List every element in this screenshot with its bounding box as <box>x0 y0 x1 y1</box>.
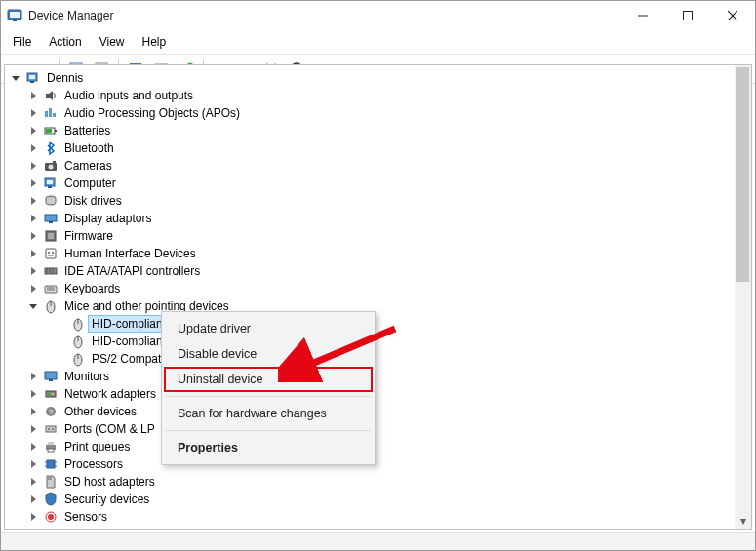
chevron-right-icon[interactable] <box>26 212 40 225</box>
chevron-down-icon[interactable] <box>26 299 40 313</box>
category-label[interactable]: Firmware <box>61 228 116 244</box>
context-menu-item[interactable]: Uninstall device <box>164 367 373 392</box>
tree-category[interactable]: Audio inputs and outputs <box>7 87 749 104</box>
menubar: File Action View Help <box>1 30 755 55</box>
chevron-right-icon[interactable] <box>26 457 40 471</box>
chevron-right-icon[interactable] <box>26 229 40 243</box>
category-label[interactable]: Cameras <box>61 158 115 174</box>
category-label[interactable]: Security devices <box>61 492 152 507</box>
svg-rect-31 <box>45 111 48 117</box>
tree-category[interactable]: Computer <box>7 175 749 192</box>
tree-category[interactable]: IDE ATA/ATAPI controllers <box>7 262 749 280</box>
chevron-right-icon[interactable] <box>26 440 40 453</box>
category-label[interactable]: Network adapters <box>61 386 159 402</box>
tree-device[interactable]: HID-complian <box>7 333 749 350</box>
display-adapter-icon <box>43 211 59 226</box>
tree-category[interactable]: Network adapters <box>7 385 749 403</box>
menu-view[interactable]: View <box>92 32 133 52</box>
category-label[interactable]: Audio Processing Objects (APOs) <box>61 105 243 121</box>
minimize-button[interactable] <box>620 1 665 29</box>
chevron-right-icon[interactable] <box>26 264 40 278</box>
context-menu-item[interactable]: Disable device <box>164 341 373 367</box>
category-label[interactable]: IDE ATA/ATAPI controllers <box>61 263 203 279</box>
category-label[interactable]: Batteries <box>61 123 113 138</box>
device-label[interactable]: HID-complian <box>89 316 166 332</box>
chevron-right-icon[interactable] <box>26 177 40 190</box>
chevron-down-icon[interactable] <box>9 71 22 85</box>
chevron-right-icon[interactable] <box>26 141 40 155</box>
mouse-icon <box>43 298 59 314</box>
tree-category[interactable]: Bluetooth <box>7 139 749 157</box>
tree-category[interactable]: Monitors <box>7 368 749 385</box>
category-label[interactable]: Display adaptors <box>61 211 154 226</box>
category-label[interactable]: Processors <box>61 456 126 472</box>
category-label[interactable]: Ports (COM & LP <box>61 421 158 437</box>
svg-point-49 <box>48 252 50 254</box>
category-label[interactable]: Sensors <box>61 509 110 525</box>
tree-category[interactable]: Audio Processing Objects (APOs) <box>7 104 749 122</box>
battery-icon <box>43 123 59 138</box>
tree-category[interactable]: Disk drives <box>7 192 749 210</box>
tree-category[interactable]: Ports (COM & LP <box>7 420 749 438</box>
tree-category[interactable]: Print queues <box>7 438 749 455</box>
category-label[interactable]: Audio inputs and outputs <box>61 88 196 103</box>
tree-category[interactable]: Firmware <box>7 227 749 245</box>
category-label[interactable]: Monitors <box>61 369 112 384</box>
chevron-right-icon[interactable] <box>26 106 40 120</box>
context-menu-item[interactable]: Scan for hardware changes <box>164 401 373 426</box>
svg-rect-47 <box>48 233 54 239</box>
chevron-right-icon[interactable] <box>26 247 40 260</box>
category-label[interactable]: SD host adapters <box>61 474 158 490</box>
chevron-right-icon[interactable] <box>26 422 40 436</box>
svg-rect-67 <box>45 372 57 379</box>
svg-rect-68 <box>49 379 53 381</box>
tree-category[interactable]: ?Other devices <box>7 403 749 420</box>
svg-point-38 <box>49 165 54 170</box>
tree-category[interactable]: Sensors <box>7 508 749 526</box>
tree-category[interactable]: Cameras <box>7 157 749 175</box>
tree-category[interactable]: Processors <box>7 455 749 473</box>
chevron-right-icon[interactable] <box>26 405 40 418</box>
chevron-right-icon[interactable] <box>26 159 40 173</box>
speaker-icon <box>43 88 59 103</box>
category-label[interactable]: Human Interface Devices <box>61 246 199 261</box>
context-menu-item[interactable]: Update driver <box>164 316 373 341</box>
chevron-right-icon[interactable] <box>26 89 40 102</box>
tree-category[interactable]: Security devices <box>7 491 749 508</box>
chevron-right-icon[interactable] <box>26 475 40 489</box>
chevron-right-icon[interactable] <box>26 370 40 383</box>
maximize-button[interactable] <box>665 1 710 29</box>
category-label[interactable]: Computer <box>61 176 119 191</box>
tree-category[interactable]: Keyboards <box>7 280 749 297</box>
tree-device[interactable]: HID-complian <box>7 315 749 333</box>
menu-help[interactable]: Help <box>135 32 175 52</box>
tree-category[interactable]: Mice and other pointing devices <box>7 297 749 315</box>
category-label[interactable]: Disk drives <box>61 193 125 209</box>
tree-category[interactable]: Batteries <box>7 122 749 139</box>
menu-file[interactable]: File <box>5 32 39 52</box>
chevron-right-icon[interactable] <box>26 282 40 295</box>
menu-action[interactable]: Action <box>41 32 89 52</box>
chevron-right-icon[interactable] <box>26 387 40 401</box>
tree-category[interactable]: SD host adapters <box>7 473 749 491</box>
chevron-right-icon[interactable] <box>26 492 40 506</box>
device-label[interactable]: HID-complian <box>89 334 166 349</box>
close-button[interactable] <box>710 1 755 29</box>
category-label[interactable]: Print queues <box>61 439 133 454</box>
category-label[interactable]: Other devices <box>61 404 139 419</box>
tree-category[interactable]: Display adaptors <box>7 210 749 227</box>
firmware-icon <box>43 228 59 244</box>
category-label[interactable]: Bluetooth <box>61 140 117 156</box>
context-menu-item[interactable]: Properties <box>164 435 373 460</box>
chevron-right-icon[interactable] <box>26 194 40 208</box>
category-label[interactable]: Keyboards <box>61 281 123 296</box>
tree-root-label[interactable]: Dennis <box>44 70 86 86</box>
chevron-right-icon[interactable] <box>26 510 40 524</box>
tree-device[interactable]: PS/2 Compat <box>7 350 749 368</box>
chevron-right-icon[interactable] <box>26 124 40 138</box>
svg-rect-32 <box>49 108 52 117</box>
device-label[interactable]: PS/2 Compat <box>89 351 164 367</box>
device-tree[interactable]: DennisAudio inputs and outputsAudio Proc… <box>5 65 751 530</box>
tree-category[interactable]: Human Interface Devices <box>7 245 749 262</box>
mouse-icon <box>70 351 86 367</box>
